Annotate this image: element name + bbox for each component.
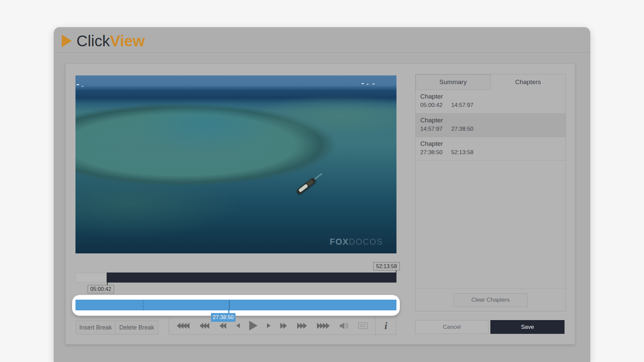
save-button[interactable]: Save xyxy=(490,320,565,334)
horizon-boat-speck xyxy=(82,86,84,87)
cancel-button[interactable]: Cancel xyxy=(415,320,488,334)
chapter-end-time: 27:38:50 xyxy=(451,126,473,132)
seek-forward-4x-button[interactable] xyxy=(317,322,330,329)
playback-controls: CC i xyxy=(169,316,396,335)
clear-chapters-button[interactable]: Clear Chapters xyxy=(453,293,528,307)
step-forward-button[interactable] xyxy=(267,323,271,328)
horizon-boat-speck xyxy=(362,83,364,84)
tab-summary[interactable]: Summary xyxy=(416,74,491,90)
chapter-start-time: 05:00:42 xyxy=(420,102,442,109)
insert-break-button[interactable]: Insert Break xyxy=(76,320,115,335)
trim-start-tick xyxy=(107,283,108,285)
chapter-row-selected[interactable]: Chapter 14:57:97 27:38:50 xyxy=(416,114,566,137)
chapter-end-time: 14:57:97 xyxy=(451,102,473,109)
chapter-end-time: 52:13:58 xyxy=(451,149,473,156)
seek-back-4x-button[interactable] xyxy=(176,322,190,329)
video-preview[interactable]: FOXDOCOS xyxy=(75,75,396,253)
horizon-boat-speck xyxy=(372,83,375,84)
chapters-panel: Summary Chapters Chapter 05:00:42 14:57:… xyxy=(415,74,566,311)
logo-text-click: Click xyxy=(76,32,110,50)
info-section: i xyxy=(375,317,396,335)
seek-back-3x-button[interactable] xyxy=(199,322,210,329)
watermark-fox: FOX xyxy=(330,237,349,246)
chapter-timeline[interactable] xyxy=(75,300,396,310)
cc-icon: CC xyxy=(358,322,368,329)
horizon-boat-speck xyxy=(367,84,369,85)
chapter-row[interactable]: Chapter 05:00:42 14:57:97 xyxy=(416,90,566,114)
captions-button[interactable]: CC xyxy=(358,322,368,329)
play-triangle-icon xyxy=(62,35,72,47)
chapter-start-time: 27:38:50 xyxy=(420,149,442,156)
window-header: ClickView xyxy=(54,27,590,53)
seek-back-2x-button[interactable] xyxy=(219,322,227,329)
tab-chapters[interactable]: Chapters xyxy=(491,74,566,90)
page: ClickView FOXDOCOS xyxy=(0,0,644,362)
trim-end-label: 52:13:58 xyxy=(373,262,400,270)
chapter-timeline-spotlight xyxy=(72,295,400,316)
seek-forward-3x-button[interactable] xyxy=(297,322,307,329)
chapter-times: 14:57:97 27:38:50 xyxy=(420,126,566,132)
panel-footer: Clear Chapters xyxy=(416,289,566,311)
volume-button[interactable] xyxy=(339,322,349,329)
chapter-list: Chapter 05:00:42 14:57:97 Chapter 14:57:… xyxy=(416,90,566,161)
chapter-title: Chapter xyxy=(420,140,566,147)
foxdocos-watermark: FOXDOCOS xyxy=(330,237,383,247)
chapter-title: Chapter xyxy=(420,117,566,124)
seek-forward-2x-button[interactable] xyxy=(280,322,287,329)
play-button[interactable] xyxy=(249,321,258,330)
watermark-docos: DOCOS xyxy=(349,237,383,246)
logo-text-view: View xyxy=(110,32,145,50)
trim-selected-segment[interactable] xyxy=(107,273,396,283)
trim-end-tick xyxy=(396,270,396,273)
chapter-times: 05:00:42 14:57:97 xyxy=(420,102,566,109)
chapter-break-marker[interactable] xyxy=(143,300,144,310)
logo-text: ClickView xyxy=(76,33,145,49)
editor-content: FOXDOCOS 52:13:58 05:00:42 27:38:50 In xyxy=(65,64,575,345)
horizon-boat-speck xyxy=(76,84,79,85)
boat xyxy=(286,166,329,207)
clickview-logo: ClickView xyxy=(62,33,145,49)
chapter-title: Chapter xyxy=(420,93,566,100)
chapter-start-time: 14:57:97 xyxy=(420,126,442,132)
chapter-times: 27:38:50 52:13:58 xyxy=(420,149,566,156)
break-button-group: Insert Break Delete Break xyxy=(76,320,158,335)
trim-excluded-segment[interactable] xyxy=(75,273,107,282)
chapter-row[interactable]: Chapter 27:38:50 52:13:58 xyxy=(416,137,566,161)
editor-window: ClickView FOXDOCOS xyxy=(54,27,590,362)
transport-controls: CC xyxy=(169,317,375,335)
panel-tabs: Summary Chapters xyxy=(416,74,566,90)
chapter-break-marker-selected[interactable] xyxy=(229,300,230,310)
trim-start-label: 05:00:42 xyxy=(88,285,114,293)
info-icon[interactable]: i xyxy=(384,320,387,331)
delete-break-button[interactable]: Delete Break xyxy=(115,320,158,335)
step-back-button[interactable] xyxy=(236,323,240,328)
